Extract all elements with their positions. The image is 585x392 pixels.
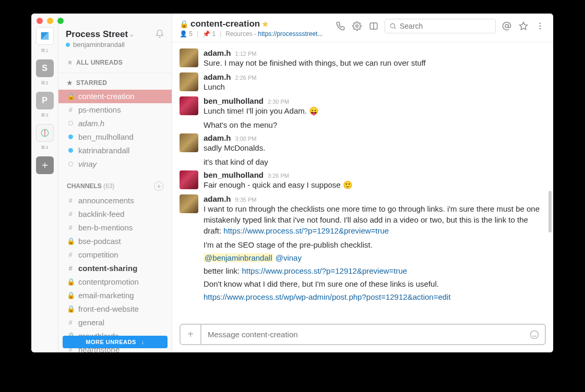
more-unreads-label: MORE UNREADS [86, 339, 136, 345]
call-button[interactable] [335, 20, 346, 32]
message-time: 9:35 PM [235, 197, 257, 203]
sidebar-item-backlink-feed[interactable]: # backlink-feed [58, 207, 172, 221]
details-button[interactable] [368, 20, 379, 32]
search-box[interactable] [385, 19, 496, 33]
sidebar-item-ben_mulholland[interactable]: ben_mulholland [58, 130, 172, 144]
zoom-window[interactable] [57, 18, 64, 24]
sidebar-item-email-marketing[interactable]: 🔒 email-marketing [58, 289, 172, 302]
add-workspace[interactable] [36, 156, 54, 174]
message-user[interactable]: ben_mulholland [204, 170, 264, 179]
workspace-p[interactable]: P [36, 92, 54, 109]
all-unreads-label: ALL UNREADS [76, 59, 123, 66]
sidebar-item-general[interactable]: # general [58, 316, 172, 329]
message-list[interactable]: adam.h 1:12 PM Sure. I may not be finish… [172, 42, 553, 321]
attach-button[interactable]: + [181, 325, 201, 344]
presence-active-icon [67, 131, 74, 143]
message: adam.h 3:00 PM sadly McDonalds. [180, 131, 546, 155]
sidebar-item-label: email-marketing [78, 290, 134, 301]
sidebar-item-announcements[interactable]: # announcements [58, 194, 172, 207]
search-icon [389, 22, 397, 30]
sidebar-item-front-end-website[interactable]: 🔒 front-end-website [58, 302, 172, 316]
message-text: Lunch [204, 81, 546, 92]
sidebar-item-adam.h[interactable]: adam.h [58, 117, 172, 130]
message-time: 1:12 PM [235, 51, 257, 57]
search-input[interactable] [400, 22, 491, 30]
message-link[interactable]: https://www.process.st/wp/wp-admin/post.… [204, 292, 451, 301]
slack-window: ⌘1 S ⌘2 P ⌘3 ⌘4 Process Street ⌵ [31, 14, 553, 352]
sidebar-item-contentpromotion[interactable]: 🔒 contentpromotion [58, 275, 172, 289]
channels-header[interactable]: CHANNELS (63) [58, 178, 172, 194]
message-input[interactable] [201, 325, 524, 344]
avatar[interactable] [180, 133, 198, 152]
sidebar-item-label: announcements [78, 195, 134, 206]
workspace-s[interactable]: S [36, 59, 54, 77]
mention[interactable]: @benjaminbrandall [204, 253, 273, 262]
message-user[interactable]: adam.h [204, 72, 231, 81]
starred-items-button[interactable] [518, 20, 529, 32]
scrollbar[interactable] [548, 191, 552, 232]
svg-point-7 [505, 24, 508, 28]
hash-icon: # [67, 222, 74, 234]
avatar[interactable] [180, 48, 198, 67]
avatar[interactable] [180, 194, 198, 213]
close-window[interactable] [37, 18, 43, 24]
hash-icon: # [67, 104, 74, 116]
add-channel-button[interactable] [154, 181, 163, 191]
members-icon[interactable]: 👤 5 [180, 30, 193, 38]
sidebar-item-label: contentpromotion [78, 276, 139, 288]
settings-button[interactable] [351, 20, 363, 32]
member-count: 5 [189, 30, 193, 38]
message-text: it's that kind of day [204, 155, 546, 168]
workspace-name-label: Process Street [66, 29, 128, 40]
presence-active-icon [66, 43, 70, 47]
message-user[interactable]: ben_mulholland [204, 96, 264, 105]
minimize-window[interactable] [47, 18, 53, 24]
message-user[interactable]: adam.h [204, 133, 231, 142]
workspace-shortcut: ⌘3 [41, 113, 48, 118]
sidebar-item-label: content-sharing [78, 263, 137, 274]
sidebar-item-bse-podcast[interactable]: 🔒 bse-podcast [58, 235, 172, 248]
presence-away-icon [67, 158, 74, 170]
sidebar-item-content-creation[interactable]: 🔒 content-creation [58, 90, 172, 103]
avatar[interactable] [180, 72, 198, 91]
lock-icon: 🔒 [67, 91, 74, 102]
star-icon[interactable]: ★ [262, 20, 269, 28]
avatar[interactable] [180, 96, 198, 115]
sidebar-item-ps-mentions[interactable]: # ps-mentions [58, 103, 172, 117]
more-unreads-button[interactable]: MORE UNREADS ↓ [63, 336, 168, 348]
svg-marker-8 [520, 22, 528, 30]
notifications-button[interactable] [155, 29, 164, 41]
workspace-4[interactable] [36, 124, 54, 142]
mention[interactable]: @vinay [276, 253, 302, 262]
all-unreads[interactable]: ≡ ALL UNREADS [58, 56, 172, 69]
mentions-button[interactable] [501, 20, 512, 32]
workspace-process-street[interactable] [36, 27, 54, 45]
svg-point-12 [531, 330, 539, 338]
message-text: better link: https://www.process.st/?p=1… [204, 264, 546, 277]
message-link[interactable]: https://www.process.st/?p=12912&preview=… [242, 266, 407, 275]
starred-header: ★ STARRED [58, 76, 172, 90]
sidebar-item-katrinabrandall[interactable]: katrinabrandall [58, 144, 172, 157]
sidebar-item-label: backlink-feed [78, 209, 124, 220]
message-time: 3:26 PM [268, 173, 289, 179]
message-user[interactable]: adam.h [204, 194, 231, 203]
avatar[interactable] [180, 170, 198, 189]
sidebar-item-ben-b-mentions[interactable]: # ben-b-mentions [58, 221, 172, 235]
sidebar-item-competition[interactable]: # competition [58, 248, 172, 262]
pins-icon[interactable]: 📌 1 [202, 30, 216, 38]
chevron-down-icon: ⌵ [130, 32, 133, 38]
sidebar-item-label: bse-podcast [78, 236, 121, 247]
sidebar-item-vinay[interactable]: vinay [58, 157, 172, 171]
message-text: Fair enough - quick and easy I suppose 🙂 [204, 179, 546, 190]
presence-active-icon [67, 145, 74, 156]
message-user[interactable]: adam.h [204, 48, 231, 57]
current-user[interactable]: benjaminbrandall [66, 41, 133, 48]
message-link[interactable]: https://www.process.st/?p=12912&preview=… [223, 226, 389, 235]
topic-link[interactable]: https://processsstreet... [258, 30, 323, 38]
workspace-name[interactable]: Process Street ⌵ [66, 29, 133, 40]
emoji-button[interactable] [524, 325, 545, 344]
channel-name[interactable]: 🔒 content-creation ★ [180, 19, 323, 29]
more-button[interactable] [534, 20, 546, 32]
plus-icon: + [187, 328, 194, 340]
sidebar-item-content-sharing[interactable]: # content-sharing [58, 262, 172, 275]
